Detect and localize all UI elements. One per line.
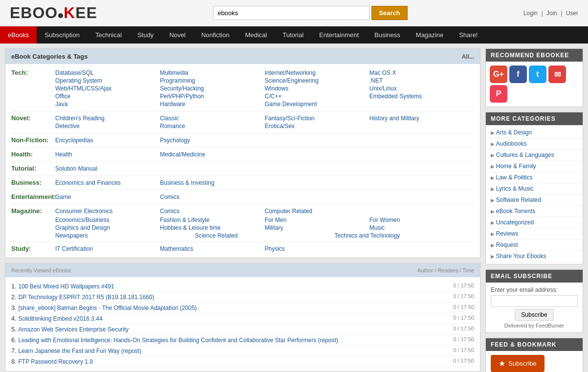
- cat-for-men[interactable]: For Men: [265, 217, 370, 223]
- cat-consumer-electronics[interactable]: Consumer Electronics: [55, 207, 160, 215]
- book-link-8[interactable]: FTP Password Recovery 1.9: [18, 358, 93, 365]
- twitter-icon[interactable]: t: [529, 66, 546, 83]
- cat-gamedev[interactable]: Game Development: [265, 100, 370, 108]
- cat-erotica[interactable]: Erotica/Sex: [265, 122, 370, 130]
- cat-perl[interactable]: Perl/PHP/Python: [160, 92, 264, 100]
- cat-macos[interactable]: Mac OS X: [370, 69, 474, 77]
- sidebar-cat-home-family[interactable]: Home & Family: [486, 161, 583, 172]
- google-plus-icon[interactable]: G+: [490, 66, 507, 83]
- cat-graphics-design[interactable]: Graphics and Design: [55, 224, 160, 231]
- cat-economics-business[interactable]: Economics/Business: [55, 217, 160, 223]
- search-button[interactable]: Search: [371, 6, 407, 20]
- email-icon[interactable]: ✉: [548, 66, 566, 83]
- book-link-7[interactable]: Learn Japanese the Fast and Fun Way (rep…: [18, 348, 141, 354]
- user-link[interactable]: User: [566, 10, 578, 17]
- nav-medical[interactable]: Medical: [237, 26, 275, 44]
- nav-subscription[interactable]: Subscription: [37, 26, 87, 44]
- cat-programming[interactable]: Programming: [160, 77, 264, 85]
- pocket-icon[interactable]: P: [490, 85, 507, 103]
- cat-internet[interactable]: Internet/Networking: [265, 69, 370, 77]
- book-link-2[interactable]: DP Technology ESPRIT 2017 R5 (B19.18.181…: [18, 294, 154, 301]
- cat-mathematics[interactable]: Mathematics: [160, 245, 264, 253]
- login-link[interactable]: Login: [523, 10, 538, 17]
- sidebar-cat-cultures[interactable]: Cultures & Languages: [486, 150, 583, 161]
- cat-web[interactable]: Web/HTML/CSS/Ajax: [55, 85, 160, 92]
- cat-for-women[interactable]: For Women: [370, 217, 474, 223]
- cat-computer-related[interactable]: Computer Related: [265, 207, 370, 215]
- book-link-3[interactable]: [share_ebook] Batman Begins - The Offici…: [18, 305, 196, 311]
- nav-ebooks[interactable]: eBooks: [0, 26, 37, 44]
- cat-newspapers[interactable]: Newspapers: [55, 232, 195, 239]
- cat-java[interactable]: Java: [55, 100, 160, 108]
- cat-military[interactable]: Military: [265, 224, 370, 231]
- sidebar-cat-uncategorized[interactable]: Uncategorized: [486, 217, 583, 228]
- nav-magazine[interactable]: Magazine: [408, 26, 451, 44]
- cat-os[interactable]: Operating System: [55, 77, 160, 85]
- cat-history[interactable]: History and Military: [370, 114, 474, 122]
- cat-fashion[interactable]: Fashion & Lifestyle: [160, 217, 264, 223]
- cat-medicine[interactable]: Medical/Medicine: [160, 151, 264, 158]
- book-link-4[interactable]: Solidthinking Embed v2016.3.44: [18, 315, 102, 322]
- cat-multimedia[interactable]: Multimedia: [160, 69, 264, 77]
- sidebar-cat-lyrics-music[interactable]: Lyrics & Music: [486, 183, 583, 195]
- book-link-5[interactable]: Amazon Web Services Enterprise Security: [18, 326, 129, 333]
- cat-romance[interactable]: Romance: [160, 122, 264, 130]
- logo-text-red: K: [64, 4, 75, 22]
- cat-comics-mag[interactable]: Comics: [160, 207, 264, 215]
- nav-nonfiction[interactable]: Nonfiction: [194, 26, 238, 44]
- cat-fantasy[interactable]: Fantasy/Sci-Fiction: [265, 114, 370, 122]
- subscribe-button[interactable]: Subscribe: [515, 309, 553, 321]
- cat-science-eng[interactable]: Science/Engineering: [265, 77, 370, 85]
- cat-comics[interactable]: Comics: [160, 193, 264, 201]
- email-input[interactable]: [491, 295, 578, 307]
- nav-study[interactable]: Study: [130, 26, 161, 44]
- book-link-6[interactable]: Leading with Emotional Intelligence: Han…: [18, 337, 338, 344]
- feed-subscribe-button[interactable]: ★ Subscribe: [491, 355, 544, 372]
- nav-business[interactable]: Business: [367, 26, 408, 44]
- sidebar-cat-arts[interactable]: Arts & Design: [486, 127, 583, 138]
- cat-business-investing[interactable]: Business & Investing: [160, 179, 264, 187]
- cat-health[interactable]: Health: [55, 151, 160, 158]
- cat-physics[interactable]: Physics: [265, 245, 370, 253]
- join-link[interactable]: Join: [546, 10, 557, 17]
- categories-all-link[interactable]: All...: [462, 53, 474, 60]
- cat-solution[interactable]: Solution Manual: [55, 165, 160, 173]
- cat-technics[interactable]: Technics and Technology: [334, 232, 474, 239]
- cat-psychology[interactable]: Psychology: [160, 136, 264, 144]
- cat-childrens[interactable]: Children's Reading: [55, 114, 160, 122]
- nav-novel[interactable]: Novel: [161, 26, 193, 44]
- cat-classic[interactable]: Classic: [160, 114, 264, 122]
- sidebar-cat-share-ebooks[interactable]: Share Your Ebooks: [486, 251, 583, 262]
- cat-science-related[interactable]: Science Related: [195, 232, 335, 239]
- sidebar-cat-law-politics[interactable]: Law & Politics: [486, 172, 583, 183]
- cat-encyclopedias[interactable]: Encyclopedias: [55, 136, 160, 144]
- cat-windows[interactable]: Windows: [265, 85, 370, 92]
- cat-unix[interactable]: Unix/Linux: [370, 85, 474, 92]
- cat-security[interactable]: Security/Hacking: [160, 85, 264, 92]
- search-input[interactable]: [213, 6, 370, 20]
- cat-hobbies[interactable]: Hobbies & Leisure time: [160, 224, 264, 231]
- cat-detective[interactable]: Detective: [55, 122, 160, 130]
- sidebar-cat-torrents[interactable]: eBook Torrents: [486, 206, 583, 217]
- nav-entertainment[interactable]: Entertainment: [311, 26, 367, 44]
- cat-music-mag[interactable]: Music: [370, 224, 474, 231]
- cat-database[interactable]: Database/SQL: [55, 69, 160, 77]
- cat-hardware[interactable]: Hardware: [160, 100, 264, 108]
- facebook-icon[interactable]: f: [509, 66, 527, 83]
- cat-dotnet[interactable]: .NET: [370, 77, 474, 85]
- nav-technical[interactable]: Technical: [87, 26, 130, 44]
- sidebar-cat-request[interactable]: Request: [486, 240, 583, 251]
- cat-embedded[interactable]: Embedded Systems: [370, 92, 474, 100]
- sidebar-cat-reviews[interactable]: Reviews: [486, 228, 583, 240]
- cat-it-cert[interactable]: IT Certification: [55, 245, 160, 253]
- cat-office[interactable]: Office: [55, 92, 160, 100]
- book-link-1[interactable]: 100 Best Mixed HD Wallpapers #491: [18, 283, 114, 290]
- cat-game[interactable]: Game: [55, 193, 160, 201]
- cat-cpp[interactable]: C/C++: [265, 92, 370, 100]
- sidebar-cat-software[interactable]: Software Related: [486, 195, 583, 206]
- cat-economics-finances[interactable]: Economics and Finances: [55, 179, 160, 187]
- nav-tutorial[interactable]: Tutorial: [275, 26, 311, 44]
- sidebar-cat-audiobooks[interactable]: Audiobooks: [486, 138, 583, 150]
- book-meta-3: 0 / 17:50: [453, 304, 474, 311]
- nav-share[interactable]: Share!: [451, 26, 485, 44]
